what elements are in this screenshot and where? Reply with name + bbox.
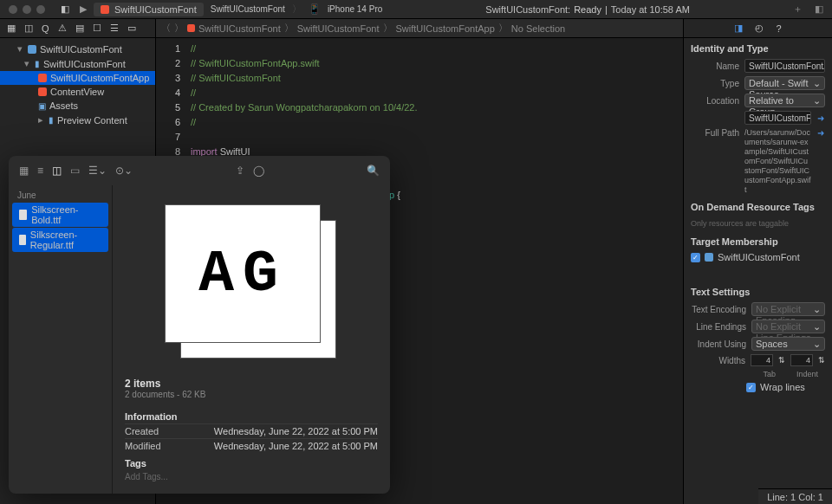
swift-icon — [187, 24, 195, 32]
scheme-tab[interactable]: SwiftUICustomFont — [94, 3, 204, 16]
tag-icon[interactable]: ◯ — [253, 165, 264, 177]
list-view-icon[interactable]: ≡ — [37, 165, 43, 177]
tree-item-assets[interactable]: ▣ Assets — [0, 99, 155, 113]
widths-label: Widths — [691, 356, 745, 365]
encoding-label: Text Encoding — [691, 305, 746, 314]
nav-breakpoints-icon[interactable]: ☰ — [110, 23, 119, 34]
bc-device-1[interactable]: SwiftUICustomFont — [211, 4, 285, 14]
nav-reports-icon[interactable]: ▭ — [127, 23, 136, 34]
sidebar-toggle-icon[interactable]: ◧ — [61, 3, 69, 15]
nav-debug-icon[interactable]: ☐ — [93, 23, 101, 34]
folder-icon: ▮ — [49, 115, 54, 125]
folder-icon: ▮ — [35, 59, 40, 68]
tree-item-contentview[interactable]: ContentView — [0, 85, 155, 99]
target-membership-row[interactable]: ✓ SwiftUICustomFont — [684, 250, 832, 264]
created-label: Created — [125, 426, 159, 436]
wrap-checkbox[interactable]: ✓ — [746, 383, 756, 392]
navigator-selector-bar: ▦ ◫ Q ⚠ ▤ ☐ ☰ ▭ — [0, 19, 155, 38]
tree-root-label: SwiftUICustomFont — [40, 44, 122, 55]
back-icon[interactable]: 〈 — [161, 22, 171, 35]
indent-select[interactable]: Spaces⌄ — [751, 337, 825, 351]
bc-item[interactable]: SwiftUICustomFontApp — [396, 23, 495, 34]
code-line[interactable] — [191, 130, 418, 145]
location-label: Location — [691, 96, 739, 106]
run-icon[interactable]: ▶ — [80, 3, 87, 15]
encoding-select[interactable]: No Explicit Encoding⌄ — [751, 302, 825, 316]
nav-scm-icon[interactable]: ◫ — [24, 23, 33, 34]
font-glyphs: AG — [198, 241, 287, 307]
type-label: Type — [691, 79, 739, 88]
section-ondemand: On Demand Resource Tags — [684, 197, 832, 216]
tags-section: Tags — [125, 458, 378, 470]
indent-width-input[interactable] — [790, 354, 813, 366]
fullpath-label: Full Path — [691, 128, 739, 138]
ondemand-hint: Only resources are taggable — [684, 216, 832, 231]
section-target: Target Membership — [684, 231, 832, 250]
indent-sublabel: Indent — [796, 370, 818, 378]
close-dot[interactable] — [9, 5, 17, 14]
minimize-dot[interactable] — [23, 5, 31, 14]
share-icon[interactable]: ⇪ — [236, 165, 244, 177]
section-text: Text Settings — [684, 281, 832, 300]
target-checkbox[interactable]: ✓ — [691, 253, 700, 262]
column-view-icon[interactable]: ◫ — [52, 165, 62, 177]
help-inspector-tab[interactable]: ? — [776, 23, 781, 34]
finder-file-row[interactable]: Silkscreen-Regular.ttf — [12, 228, 108, 252]
forward-icon[interactable]: 〉 — [174, 22, 184, 35]
tree-item-preview[interactable]: ▸ ▮ Preview Content — [0, 113, 155, 127]
bc-item[interactable]: No Selection — [511, 23, 565, 34]
font-file-icon — [19, 210, 27, 220]
code-line[interactable]: // SwiftUICustomFont — [191, 71, 418, 86]
finder-column: June Silkscreen-Bold.ttf Silkscreen-Regu… — [9, 185, 113, 494]
bc-device-2[interactable]: iPhone 14 Pro — [328, 4, 382, 14]
tree-group[interactable]: ▾ ▮ SwiftUICustomFont — [0, 56, 155, 71]
modified-label: Modified — [125, 441, 161, 451]
type-select[interactable]: Default - Swift Source⌄ — [744, 76, 825, 90]
gallery-view-icon[interactable]: ▭ — [70, 165, 80, 177]
jump-bar[interactable]: 〈 〉 SwiftUICustomFont 〉 SwiftUICustomFon… — [156, 19, 683, 38]
lineendings-select[interactable]: No Explicit Line Endings⌄ — [751, 320, 825, 333]
library-icon[interactable]: ◧ — [815, 3, 823, 15]
swift-file-icon — [38, 87, 47, 96]
traffic-lights — [0, 5, 54, 14]
bc-item[interactable]: SwiftUICustomFont — [198, 23, 281, 34]
nav-files-icon[interactable]: ▦ — [7, 23, 16, 34]
zoom-dot[interactable] — [36, 5, 45, 14]
swift-icon — [101, 5, 109, 14]
reveal-icon[interactable]: ➜ — [816, 128, 825, 137]
finder-toolbar: ▦ ≡ ◫ ▭ ☰⌄ ⊙⌄ ⇪ ◯ 🔍 — [9, 156, 390, 185]
tree-item-app[interactable]: SwiftUICustomFontApp — [0, 71, 155, 85]
code-line[interactable]: // — [191, 86, 418, 100]
cursor-position: Line: 1 Col: 1 — [767, 492, 823, 502]
code-line[interactable]: // SwiftUICustomFontApp.swift — [191, 56, 418, 71]
history-inspector-tab[interactable]: ◴ — [755, 23, 764, 34]
bc-item[interactable]: SwiftUICustomFont — [297, 23, 380, 34]
action-icon[interactable]: ⊙⌄ — [115, 165, 133, 177]
nav-find-icon[interactable]: ⚠ — [58, 23, 67, 34]
info-section: Information — [125, 411, 378, 423]
tree-root[interactable]: ▾ SwiftUICustomFont — [0, 42, 155, 56]
created-value: Wednesday, June 22, 2022 at 5:00 PM — [214, 426, 378, 436]
reveal-icon[interactable]: ➜ — [816, 113, 825, 122]
file-inspector: ◨ ◴ ? Identity and Type Name SwiftUICust… — [683, 19, 832, 504]
item-summary: 2 documents - 62 KB — [125, 390, 378, 399]
nav-symbols-icon[interactable]: Q — [42, 23, 49, 34]
group-icon[interactable]: ☰⌄ — [88, 165, 107, 177]
file-inspector-tab[interactable]: ◨ — [734, 23, 743, 34]
location-select[interactable]: Relative to Group⌄ — [744, 94, 825, 107]
window-toolbar: ◧ ▶ SwiftUICustomFont SwiftUICustomFont … — [0, 0, 832, 19]
fullpath-value: /Users/sarunw/Documents/sarunw-example/S… — [744, 128, 811, 195]
add-tags-field[interactable]: Add Tags... — [125, 470, 378, 481]
tab-width-input[interactable] — [751, 354, 773, 366]
code-line[interactable]: // Created by Sarun Wongpatcharapakorn o… — [191, 100, 418, 115]
code-line[interactable]: // — [191, 115, 418, 130]
search-icon[interactable]: 🔍 — [367, 165, 380, 177]
icon-view-icon[interactable]: ▦ — [19, 165, 29, 177]
nav-tests-icon[interactable]: ▤ — [75, 23, 84, 34]
app-icon — [705, 253, 713, 262]
tree-item-label: SwiftUICustomFontApp — [50, 73, 149, 83]
add-button[interactable]: ＋ — [793, 3, 803, 16]
finder-file-row[interactable]: Silkscreen-Bold.ttf — [12, 203, 108, 227]
name-field[interactable]: SwiftUICustomFontApp.swift — [744, 59, 825, 73]
code-line[interactable]: // — [191, 42, 418, 56]
